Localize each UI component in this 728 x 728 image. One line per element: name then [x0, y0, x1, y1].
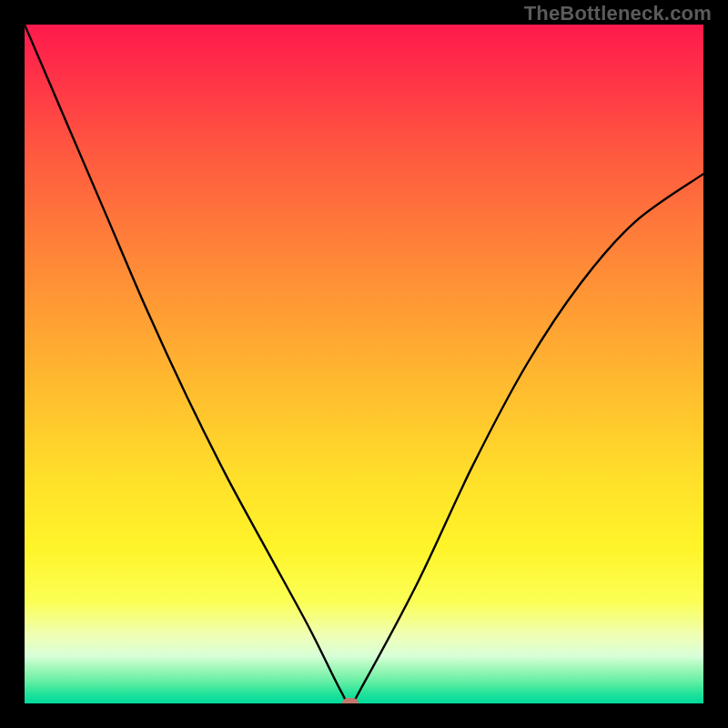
- bottleneck-curve: [25, 25, 703, 703]
- plot-area: [25, 25, 703, 703]
- minimum-marker-icon: [342, 698, 359, 703]
- chart-container: TheBottleneck.com: [0, 0, 728, 728]
- attribution-label: TheBottleneck.com: [524, 2, 712, 25]
